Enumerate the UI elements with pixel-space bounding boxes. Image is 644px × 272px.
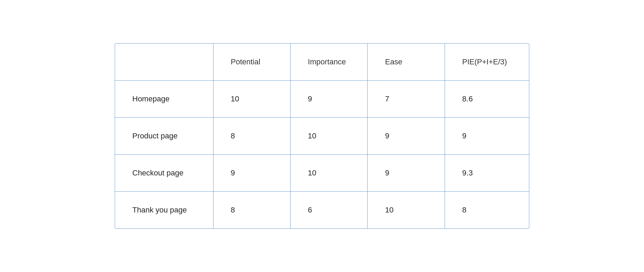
cell-page: Homepage — [115, 81, 213, 118]
cell-potential: 8 — [213, 192, 290, 229]
cell-page: Checkout page — [115, 155, 213, 192]
table-header-row: Potential Importance Ease PIE(P+I+E/3) — [115, 44, 529, 81]
pie-table: Potential Importance Ease PIE(P+I+E/3) H… — [115, 43, 529, 229]
header-page — [115, 44, 213, 81]
header-potential: Potential — [213, 44, 290, 81]
cell-importance: 9 — [291, 81, 368, 118]
cell-importance: 10 — [291, 155, 368, 192]
cell-pie: 8 — [445, 192, 529, 229]
cell-page: Thank you page — [115, 192, 213, 229]
header-importance: Importance — [291, 44, 368, 81]
cell-ease: 9 — [368, 118, 445, 155]
cell-importance: 6 — [291, 192, 368, 229]
table-row: Thank you page86108 — [115, 192, 529, 229]
table-row: Product page81099 — [115, 118, 529, 155]
cell-pie: 8.6 — [445, 81, 529, 118]
cell-potential: 8 — [213, 118, 290, 155]
cell-importance: 10 — [291, 118, 368, 155]
header-ease: Ease — [368, 44, 445, 81]
cell-pie: 9.3 — [445, 155, 529, 192]
cell-ease: 9 — [368, 155, 445, 192]
cell-potential: 9 — [213, 155, 290, 192]
header-pie: PIE(P+I+E/3) — [445, 44, 529, 81]
table-row: Checkout page91099.3 — [115, 155, 529, 192]
table-row: Homepage10978.6 — [115, 81, 529, 118]
cell-ease: 7 — [368, 81, 445, 118]
cell-potential: 10 — [213, 81, 290, 118]
cell-page: Product page — [115, 118, 213, 155]
cell-pie: 9 — [445, 118, 529, 155]
cell-ease: 10 — [368, 192, 445, 229]
